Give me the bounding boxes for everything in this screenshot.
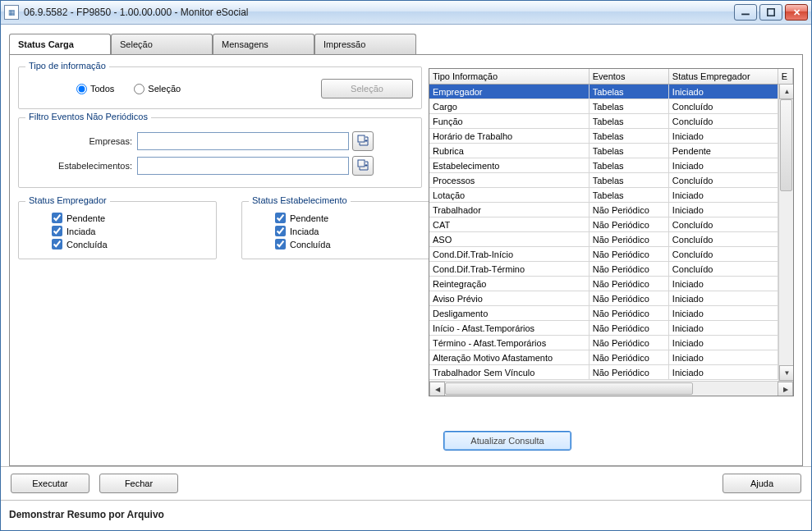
table-row[interactable]: LotaçãoTabelasIniciado: [429, 188, 793, 203]
table-cell: Iniciado: [669, 350, 778, 364]
table-row[interactable]: ProcessosTabelasConcluído: [429, 173, 793, 188]
table-cell: Tabelas: [590, 85, 669, 98]
table-cell: Tabelas: [590, 173, 669, 187]
input-empresas[interactable]: [137, 132, 349, 150]
executar-button[interactable]: Executar: [11, 474, 89, 493]
table-cell: Início - Afast.Temporários: [429, 321, 590, 335]
table-cell: ASO: [429, 232, 590, 246]
table-row[interactable]: DesligamentoNão PeriódicoIniciado1: [429, 306, 793, 321]
table-cell: Não Periódico: [590, 217, 669, 231]
tab-selecao[interactable]: Seleção: [111, 34, 213, 54]
grid-button-row: Atualizar Consulta: [443, 431, 571, 451]
app-window: ▦ 06.9.5582 - FP9850 - 1.00.00.000 - Mon…: [0, 0, 812, 531]
svg-rect-2: [358, 135, 365, 142]
legend-filtro-eventos: Filtro Eventos Não Periódicos: [25, 112, 151, 121]
scroll-right-icon[interactable]: ▶: [778, 382, 793, 396]
scroll-track[interactable]: [779, 99, 793, 365]
table-row[interactable]: CATNão PeriódicoConcluído1: [429, 217, 793, 232]
col-extra[interactable]: E: [778, 69, 793, 84]
selecao-button[interactable]: Seleção: [321, 79, 413, 98]
table-row[interactable]: ReintegraçãoNão PeriódicoIniciado1: [429, 277, 793, 291]
table-cell: Não Periódico: [590, 262, 669, 276]
scroll-thumb[interactable]: [780, 99, 792, 191]
table-row[interactable]: Horário de TrabalhoTabelasIniciado: [429, 129, 793, 144]
hscroll-thumb[interactable]: [445, 382, 693, 395]
table-cell: Pendente: [669, 144, 778, 158]
lookup-icon: [357, 159, 369, 172]
status-bar: Demonstrar Resumo por Arquivo: [1, 500, 811, 529]
table-row[interactable]: Trabalhador Sem VínculoNão PeriódicoInic…: [429, 365, 793, 380]
table-cell: Iniciado: [669, 85, 778, 98]
svg-rect-3: [358, 160, 365, 167]
tab-impressao[interactable]: Impressão: [314, 34, 416, 54]
table-cell: Iniciado: [669, 188, 778, 202]
table-cell: Tabelas: [590, 158, 669, 172]
table-row[interactable]: CargoTabelasConcluído: [429, 99, 793, 114]
group-filtro-eventos: Filtro Eventos Não Periódicos Empresas: …: [18, 117, 422, 188]
ajuda-button[interactable]: Ajuda: [723, 474, 801, 493]
chk-empregador-pendente[interactable]: Pendente: [52, 213, 208, 223]
tab-strip: Status Carga Seleção Mensagens Impressão: [9, 33, 803, 54]
tab-mensagens[interactable]: Mensagens: [213, 34, 314, 54]
table-cell: Iniciado: [669, 158, 778, 172]
chk-estab-iniciada[interactable]: Inciada: [275, 226, 431, 236]
table-cell: Iniciado: [669, 129, 778, 143]
table-cell: Tabelas: [590, 144, 669, 158]
grid-panel: Tipo Informação Eventos Status Empregado…: [429, 68, 794, 421]
group-tipo-informacao: Tipo de informação Todos Seleção Seleção: [18, 66, 422, 109]
radio-todos[interactable]: Todos: [76, 84, 114, 94]
tab-status-carga[interactable]: Status Carga: [9, 34, 111, 55]
radio-selecao-input[interactable]: [134, 84, 145, 94]
table-row[interactable]: EstabelecimentoTabelasIniciado: [429, 158, 793, 173]
lookup-estabelecimentos-button[interactable]: [352, 156, 374, 176]
table-row[interactable]: TrabalhadorNão PeriódicoIniciado1: [429, 203, 793, 217]
table-cell: Iniciado: [669, 336, 778, 350]
table-row[interactable]: Alteração Motivo AfastamentoNão Periódic…: [429, 350, 793, 365]
close-button[interactable]: ✕: [785, 4, 808, 21]
vertical-scrollbar[interactable]: ▲ ▼: [778, 84, 793, 381]
table-cell: Término - Afast.Temporários: [429, 336, 590, 350]
table-cell: Não Periódico: [590, 336, 669, 350]
col-tipo-informacao[interactable]: Tipo Informação: [429, 69, 590, 84]
lookup-empresas-button[interactable]: [352, 131, 374, 151]
chk-empregador-concluida[interactable]: Concluída: [52, 239, 208, 249]
table-cell: Cond.Dif.Trab-Término: [429, 262, 590, 276]
table-cell: Estabelecimento: [429, 158, 590, 172]
hscroll-track[interactable]: [445, 382, 778, 396]
table-cell: Trabalhador Sem Vínculo: [429, 365, 590, 379]
horizontal-scrollbar[interactable]: ◀ ▶: [429, 381, 793, 396]
table-row[interactable]: FunçãoTabelasConcluído: [429, 114, 793, 129]
table-row[interactable]: Cond.Dif.Trab-TérminoNão PeriódicoConclu…: [429, 262, 793, 277]
maximize-button[interactable]: [759, 4, 782, 21]
scroll-down-icon[interactable]: ▼: [779, 365, 794, 381]
chk-estab-concluida[interactable]: Concluída: [275, 239, 431, 249]
table-cell: Cond.Dif.Trab-Início: [429, 247, 590, 261]
minimize-button[interactable]: [734, 4, 757, 21]
grid-header: Tipo Informação Eventos Status Empregado…: [429, 69, 793, 85]
scroll-up-icon[interactable]: ▲: [779, 84, 794, 99]
table-cell: Não Periódico: [590, 247, 669, 261]
table-row[interactable]: Início - Afast.TemporáriosNão PeriódicoI…: [429, 321, 793, 336]
chk-empregador-iniciada[interactable]: Inciada: [52, 226, 208, 236]
grid-body: EmpregadorTabelasIniciadoCargoTabelasCon…: [429, 85, 793, 380]
radio-selecao[interactable]: Seleção: [134, 84, 181, 94]
table-row[interactable]: Cond.Dif.Trab-InícioNão PeriódicoConcluí…: [429, 247, 793, 262]
legend-status-empregador: Status Empregador: [25, 195, 110, 205]
table-cell: Iniciado: [669, 365, 778, 379]
data-grid[interactable]: Tipo Informação Eventos Status Empregado…: [429, 68, 794, 396]
input-estabelecimentos[interactable]: [137, 157, 349, 175]
group-status-empregador: Status Empregador Pendente Inciada Concl…: [18, 201, 217, 259]
atualizar-consulta-button[interactable]: Atualizar Consulta: [443, 431, 571, 451]
col-eventos[interactable]: Eventos: [590, 69, 669, 84]
chk-estab-pendente[interactable]: Pendente: [275, 213, 431, 223]
table-row[interactable]: RubricaTabelasPendente: [429, 144, 793, 158]
col-status-empregador[interactable]: Status Empregador: [669, 69, 778, 84]
table-row[interactable]: ASONão PeriódicoConcluído1: [429, 232, 793, 247]
scroll-left-icon[interactable]: ◀: [429, 382, 445, 396]
table-cell: Horário de Trabalho: [429, 129, 590, 143]
table-row[interactable]: Aviso PrévioNão PeriódicoIniciado1: [429, 291, 793, 306]
fechar-button[interactable]: Fechar: [99, 474, 178, 493]
table-row[interactable]: EmpregadorTabelasIniciado: [429, 85, 793, 99]
table-row[interactable]: Término - Afast.TemporáriosNão Periódico…: [429, 336, 793, 350]
radio-todos-input[interactable]: [76, 84, 87, 94]
